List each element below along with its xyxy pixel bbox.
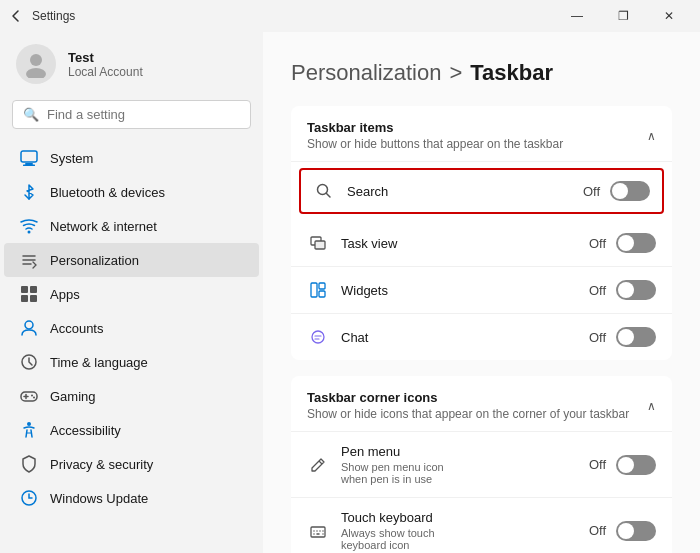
app-body: Test Local Account 🔍 System Bluetooth & … [0,32,700,553]
sidebar-label-privacy: Privacy & security [50,457,153,472]
taskbar-corner-header-text: Taskbar corner icons Show or hide icons … [307,390,629,421]
widgets-toggle-knob [618,282,634,298]
network-icon [20,217,38,235]
sidebar-item-accounts[interactable]: Accounts [4,311,259,345]
taskbar-items-title: Taskbar items [307,120,563,135]
time-icon [20,353,38,371]
taskbar-corner-header: Taskbar corner icons Show or hide icons … [291,376,672,432]
search-box[interactable]: 🔍 [12,100,251,129]
svg-point-1 [26,68,46,78]
widgets-status: Off [589,283,606,298]
sidebar-item-apps[interactable]: Apps [4,277,259,311]
search-label: Search [347,184,583,199]
touchkb-toggle-knob [618,523,634,539]
touchkb-toggle[interactable] [616,521,656,541]
sidebar-label-bluetooth: Bluetooth & devices [50,185,165,200]
pen-toggle[interactable] [616,455,656,475]
setting-row-touchkb: Touch keyboard Always show touchkeyboard… [291,498,672,553]
sidebar-item-update[interactable]: Windows Update [4,481,259,515]
sidebar-item-time[interactable]: Time & language [4,345,259,379]
svg-line-30 [319,461,322,464]
taskbar-items-header-text: Taskbar items Show or hide buttons that … [307,120,563,151]
accounts-icon [20,319,38,337]
search-toggle-knob [612,183,628,199]
sidebar-label-accessibility: Accessibility [50,423,121,438]
taskview-toggle-knob [618,235,634,251]
search-input[interactable] [47,107,240,122]
touchkb-sublabel: Always show touchkeyboard icon [341,527,589,551]
sidebar-label-system: System [50,151,93,166]
setting-row-pen: Pen menu Show pen menu iconwhen pen is i… [291,432,672,498]
search-toggle[interactable] [610,181,650,201]
sidebar-item-network[interactable]: Network & internet [4,209,259,243]
sidebar-item-personalization[interactable]: Personalization [4,243,259,277]
apps-icon [20,285,38,303]
close-button[interactable]: ✕ [646,0,692,32]
sidebar-label-update: Windows Update [50,491,148,506]
taskview-toggle[interactable] [616,233,656,253]
search-row-icon [313,180,335,202]
setting-row-taskview: Task view Off [291,220,672,267]
sidebar-item-system[interactable]: System [4,141,259,175]
window-title: Settings [32,9,75,23]
user-account: Local Account [68,65,143,79]
setting-row-widgets: Widgets Off [291,267,672,314]
pen-status: Off [589,457,606,472]
setting-row-chat: Chat Off [291,314,672,360]
taskbar-items-header: Taskbar items Show or hide buttons that … [291,106,672,162]
maximize-button[interactable]: ❐ [600,0,646,32]
personalization-icon [20,251,38,269]
search-icon: 🔍 [23,107,39,122]
taskbar-corner-subtitle: Show or hide icons that appear on the co… [307,407,629,421]
widgets-toggle[interactable] [616,280,656,300]
svg-line-23 [327,194,331,198]
pen-label: Pen menu [341,444,589,459]
pen-label-block: Pen menu Show pen menu iconwhen pen is i… [341,444,589,485]
taskbar-corner-card: Taskbar corner icons Show or hide icons … [291,376,672,553]
svg-point-18 [31,395,33,397]
back-icon[interactable] [8,8,24,24]
accessibility-icon [20,421,38,439]
title-bar: Settings — ❐ ✕ [0,0,700,32]
touchkb-label-block: Touch keyboard Always show touchkeyboard… [341,510,589,551]
privacy-icon [20,455,38,473]
sidebar: Test Local Account 🔍 System Bluetooth & … [0,32,263,553]
window-controls: — ❐ ✕ [554,0,692,32]
minimize-button[interactable]: — [554,0,600,32]
update-icon [20,489,38,507]
touchkb-label: Touch keyboard [341,510,589,525]
sidebar-item-privacy[interactable]: Privacy & security [4,447,259,481]
svg-rect-11 [21,295,28,302]
taskview-label: Task view [341,236,589,251]
bluetooth-icon [20,183,38,201]
svg-point-29 [312,331,324,343]
sidebar-item-bluetooth[interactable]: Bluetooth & devices [4,175,259,209]
svg-point-5 [28,231,31,234]
svg-point-0 [30,54,42,66]
svg-point-20 [27,422,31,426]
svg-rect-31 [311,527,325,537]
main-content: Personalization > Taskbar Taskbar items … [263,32,700,553]
widgets-label: Widgets [341,283,589,298]
svg-rect-26 [311,283,317,297]
taskbar-items-chevron[interactable]: ∧ [647,129,656,143]
system-icon [20,149,38,167]
sidebar-label-accounts: Accounts [50,321,103,336]
taskbar-corner-title: Taskbar corner icons [307,390,629,405]
chat-toggle-knob [618,329,634,345]
title-bar-left: Settings [8,8,75,24]
taskbar-corner-chevron[interactable]: ∧ [647,399,656,413]
sidebar-item-gaming[interactable]: Gaming [4,379,259,413]
svg-point-13 [25,321,33,329]
user-section: Test Local Account [0,32,263,100]
sidebar-item-accessibility[interactable]: Accessibility [4,413,259,447]
search-status: Off [583,184,600,199]
svg-rect-10 [30,286,37,293]
chat-status: Off [589,330,606,345]
pen-sublabel: Show pen menu iconwhen pen is in use [341,461,589,485]
chat-toggle[interactable] [616,327,656,347]
breadcrumb-parent: Personalization [291,60,441,86]
taskbar-items-card: Taskbar items Show or hide buttons that … [291,106,672,360]
sidebar-label-apps: Apps [50,287,80,302]
svg-point-19 [33,397,35,399]
